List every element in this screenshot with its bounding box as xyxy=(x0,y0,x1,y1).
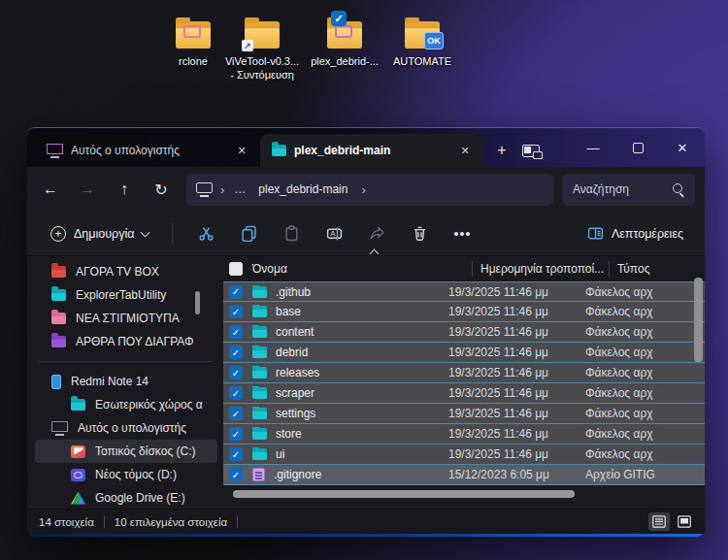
new-button[interactable]: + Δημιουργία xyxy=(41,220,158,247)
this-pc-icon[interactable] xyxy=(196,182,213,197)
column-header-date[interactable]: Ημερομηνία τροποποί... xyxy=(480,262,609,276)
explorer-tab-utility-icon[interactable] xyxy=(522,145,540,157)
monitor-icon xyxy=(47,144,63,158)
column-header-type[interactable]: Τύπος xyxy=(617,262,705,276)
column-header-name[interactable]: Όνομα xyxy=(252,262,472,276)
navigation-bar: ← → ↑ ↻ › … plex_debrid-main › Αναζήτηση xyxy=(27,167,705,212)
file-name-cell: .github xyxy=(252,285,448,299)
back-button[interactable]: ← xyxy=(33,174,68,205)
large-icons-view-button[interactable] xyxy=(674,512,695,531)
file-row[interactable]: ✓settings19/3/2025 11:46 μμΦάκελος αρχ xyxy=(223,404,705,424)
file-row[interactable]: ✓debrid19/3/2025 11:46 μμΦάκελος αρχ xyxy=(223,343,705,363)
chevron-down-icon xyxy=(141,227,150,237)
status-bar: 14 στοιχεία 10 επιλεγμένα στοιχεία xyxy=(27,509,705,534)
row-checkbox[interactable]: ✓ xyxy=(229,447,243,461)
plus-circle-icon: + xyxy=(50,226,66,242)
horizontal-scrollbar[interactable] xyxy=(231,489,691,499)
horizontal-scrollbar-thumb[interactable] xyxy=(233,490,575,498)
file-row[interactable]: ✓scraper19/3/2025 11:46 μμΦάκελος αρχ xyxy=(223,383,705,404)
row-checkbox[interactable]: ✓ xyxy=(229,427,243,441)
file-row[interactable]: ✓content19/3/2025 11:46 μμΦάκελος αρχ xyxy=(223,322,705,343)
column-divider[interactable] xyxy=(609,261,610,277)
sidebar-item[interactable]: Τοπικός δίσκος (C:) xyxy=(35,440,217,463)
sidebar-item[interactable]: Αυτός ο υπολογιστής xyxy=(35,416,217,440)
vertical-scrollbar-thumb[interactable] xyxy=(694,278,703,362)
row-checkbox[interactable]: ✓ xyxy=(229,305,243,318)
close-button[interactable]: ✕ xyxy=(660,128,705,167)
details-pane-toggle[interactable]: Λεπτομέρειες xyxy=(579,219,691,247)
search-input[interactable]: Αναζήτηση xyxy=(563,174,695,206)
file-name-cell: content xyxy=(252,325,448,339)
folder-icon[interactable] xyxy=(176,21,211,49)
search-placeholder: Αναζήτηση xyxy=(573,182,673,196)
sidebar-item-label: ExplorerTabUtility xyxy=(76,288,166,302)
delete-button[interactable] xyxy=(400,217,439,250)
share-button[interactable] xyxy=(357,217,396,250)
vertical-scrollbar[interactable] xyxy=(694,278,703,501)
file-row[interactable]: ✓base19/3/2025 11:46 μμΦάκελος αρχ xyxy=(223,302,705,322)
sidebar-item[interactable]: Google Drive (E:) xyxy=(35,486,217,509)
row-checkbox[interactable]: ✓ xyxy=(229,386,243,400)
folder-icon xyxy=(252,326,267,338)
row-checkbox[interactable]: ✓ xyxy=(229,407,243,420)
file-list-pane: Όνομα Ημερομηνία τροποποί... Τύπος ✓.git… xyxy=(223,256,705,509)
paste-button[interactable] xyxy=(272,217,311,250)
select-all-checkbox[interactable] xyxy=(229,262,243,276)
file-row[interactable]: ✓releases19/3/2025 11:46 μμΦάκελος αρχ xyxy=(223,363,705,383)
address-bar[interactable]: › … plex_debrid-main › xyxy=(186,174,553,206)
new-tab-button[interactable]: + xyxy=(489,138,514,163)
shortcut-arrow-icon: ↗ xyxy=(242,40,253,51)
file-date-cell: 15/12/2023 6:05 μμ xyxy=(448,468,585,481)
tab-this-pc[interactable]: Αυτός ο υπολογιστής ✕ xyxy=(35,134,260,167)
close-tab-icon[interactable]: ✕ xyxy=(233,142,250,159)
forward-button[interactable]: → xyxy=(70,174,105,205)
sidebar-item[interactable]: ΑΡΘΡΑ ΠΟΥ ΔΙΑΓΡΑΦ xyxy=(35,330,217,353)
caption-buttons: — ✕ xyxy=(571,128,705,167)
breadcrumb-current-folder[interactable]: plex_debrid-main xyxy=(252,182,353,196)
sidebar-separator xyxy=(39,361,212,362)
desktop-icon[interactable]: ↗ViVeTool-v0.3... - Συντόμευση xyxy=(215,21,309,82)
refresh-button[interactable]: ↻ xyxy=(144,174,179,205)
window-accent-border xyxy=(27,534,705,537)
row-checkbox[interactable]: ✓ xyxy=(229,366,243,379)
desktop-icon[interactable]: OKAUTOMATE xyxy=(376,21,469,68)
file-row[interactable]: ✓.github19/3/2025 11:46 μμΦάκελος αρχ xyxy=(223,281,705,302)
cut-button[interactable] xyxy=(186,217,225,250)
file-row[interactable]: ✓ui19/3/2025 11:46 μμΦάκελος αρχ xyxy=(223,445,705,465)
breadcrumb-separator[interactable]: › xyxy=(357,182,369,197)
details-view-button[interactable] xyxy=(648,512,670,531)
more-options-button[interactable]: ••• xyxy=(443,217,481,250)
sidebar-item[interactable]: Εσωτερικός χώρος α xyxy=(35,393,217,416)
minimize-button[interactable]: — xyxy=(571,128,615,167)
svg-text:A: A xyxy=(330,229,336,238)
rename-button[interactable]: A xyxy=(314,217,353,250)
selected-check-badge[interactable]: ✓ xyxy=(331,11,347,26)
row-checkbox[interactable]: ✓ xyxy=(229,468,243,481)
folder-pink-icon xyxy=(51,313,66,324)
file-date-cell: 19/3/2025 11:46 μμ xyxy=(448,386,585,400)
copy-icon xyxy=(241,225,257,242)
sidebar-item[interactable]: ExplorerTabUtility xyxy=(35,283,217,307)
folder-icon[interactable]: OK xyxy=(405,21,440,49)
row-checkbox[interactable]: ✓ xyxy=(229,346,243,359)
sidebar-item[interactable]: Νέος τόμος (D:) xyxy=(35,463,217,486)
row-checkbox[interactable]: ✓ xyxy=(229,325,243,339)
sidebar-item[interactable]: ΑΓΟΡΑ TV BOX xyxy=(35,260,217,283)
file-row[interactable]: ✓.gitignore15/12/2023 6:05 μμΑρχείο GITI… xyxy=(223,465,705,485)
folder-icon[interactable]: ✓ xyxy=(327,21,362,49)
sidebar-item[interactable]: Redmi Note 14 xyxy=(35,370,217,393)
tab-plex-debrid-main[interactable]: plex_debrid-main ✕ xyxy=(260,134,483,167)
column-divider[interactable] xyxy=(472,261,473,277)
up-button[interactable]: ↑ xyxy=(107,174,142,205)
copy-button[interactable] xyxy=(229,217,268,250)
search-icon[interactable] xyxy=(673,183,685,196)
sidebar-item[interactable]: ΝΕΑ ΣΤΙΓΜΙΟΤΥΠΑ xyxy=(35,307,217,330)
row-checkbox[interactable]: ✓ xyxy=(229,285,243,299)
breadcrumb-ellipsis[interactable]: … xyxy=(232,182,248,196)
maximize-button[interactable] xyxy=(615,128,660,167)
file-row[interactable]: ✓store19/3/2025 11:46 μμΦάκελος αρχ xyxy=(223,424,705,445)
new-button-label: Δημιουργία xyxy=(74,227,134,241)
folder-icon[interactable]: ↗ xyxy=(245,21,280,49)
sidebar-scrollbar[interactable] xyxy=(195,291,200,314)
close-tab-icon[interactable]: ✕ xyxy=(456,142,474,159)
